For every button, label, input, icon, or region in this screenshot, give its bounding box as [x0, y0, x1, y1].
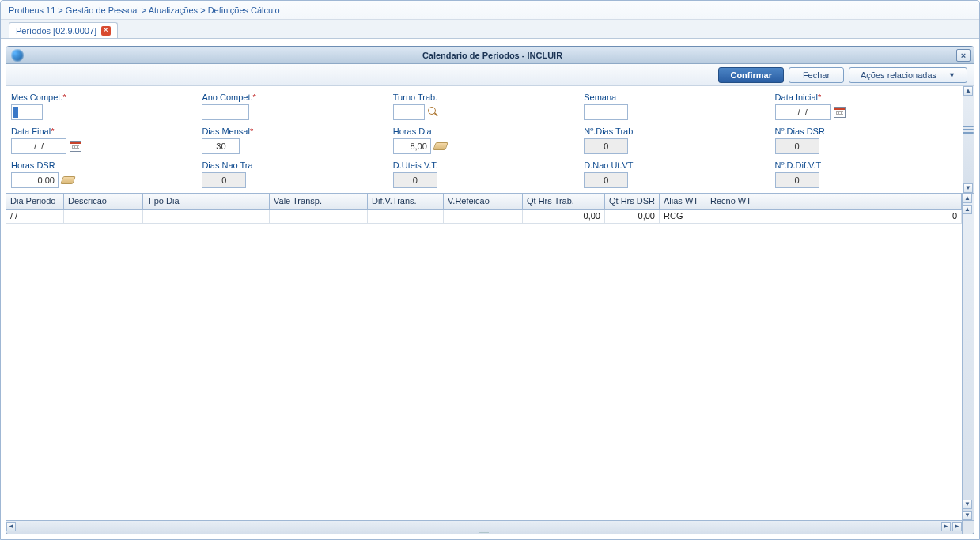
field-d-uteis-vt: D.Uteis V.T.: [393, 160, 576, 188]
app-logo-icon: [11, 49, 24, 62]
field-horas-dia: Horas Dia: [393, 127, 576, 154]
calendar-icon[interactable]: [70, 141, 81, 152]
header-v-refeicao[interactable]: V.Refeicao: [444, 194, 523, 209]
data-final-input[interactable]: [11, 138, 66, 154]
form-area: ▲ ▼ Mes Compet.* Ano Compet.* Turno Trab: [6, 86, 974, 193]
tab-label: Períodos [02.9.0007]: [16, 26, 96, 36]
eraser-icon[interactable]: [60, 176, 76, 184]
grid-area: Dia Periodo Descricao Tipo Dia Vale Tran…: [6, 193, 974, 534]
confirm-button[interactable]: Confirmar: [718, 67, 784, 83]
field-horas-dsr: Horas DSR: [11, 160, 194, 188]
field-turno-trab: Turno Trab.: [393, 93, 576, 120]
dias-nao-tra-input[interactable]: [202, 172, 246, 188]
calendar-icon[interactable]: [834, 107, 846, 118]
ano-compet-input[interactable]: [202, 104, 249, 120]
field-data-final: Data Final*: [11, 127, 194, 154]
grid-vertical-scrollbar[interactable]: ▲ ▲ ▼ ▼: [962, 194, 974, 520]
horas-dia-input[interactable]: [393, 138, 431, 154]
field-dias-nao-tra: Dias Nao Tra: [202, 160, 384, 188]
header-dif-v-trans[interactable]: Dif.V.Trans.: [368, 194, 444, 209]
header-descricao[interactable]: Descricao: [64, 194, 143, 209]
form-scrollbar[interactable]: ▲ ▼: [963, 86, 974, 193]
n-dias-trab-input[interactable]: [584, 138, 628, 154]
window-close-button[interactable]: ×: [956, 49, 971, 62]
tab-periodos[interactable]: Períodos [02.9.0007] ✕: [9, 22, 118, 38]
field-n-dias-trab: Nº.Dias Trab: [584, 127, 766, 154]
field-dias-mensal: Dias Mensal*: [202, 127, 384, 154]
toolbar: Confirmar Fechar Ações relacionadas ▼: [6, 64, 974, 86]
window-titlebar: Calendario de Periodos - INCLUIR ×: [6, 47, 974, 64]
header-qt-hrs-trab[interactable]: Qt Hrs Trab.: [523, 194, 605, 209]
turno-trab-input[interactable]: [393, 104, 425, 120]
dias-mensal-input[interactable]: [202, 138, 240, 154]
table-row[interactable]: / / 0,00 0,00 RCG 0: [6, 210, 962, 224]
close-tab-icon[interactable]: ✕: [101, 26, 111, 36]
eraser-icon[interactable]: [433, 142, 448, 150]
data-inicial-input[interactable]: [775, 104, 831, 120]
field-n-d-dif-vt: Nº.D.Dif.V.T: [775, 160, 958, 188]
d-nao-ut-vt-input[interactable]: [584, 172, 628, 188]
header-recno-wt[interactable]: Recno WT: [706, 194, 962, 209]
breadcrumb: Protheus 11 > Gestão de Pessoal > Atuali…: [1, 1, 979, 20]
close-button[interactable]: Fechar: [789, 67, 844, 83]
header-vale-transp[interactable]: Vale Transp.: [270, 194, 368, 209]
window-title: Calendario de Periodos - INCLUIR: [28, 51, 956, 60]
chevron-down-icon: ▼: [948, 71, 955, 79]
header-alias-wt[interactable]: Alias WT: [660, 194, 706, 209]
field-data-inicial: Data Inicial*: [775, 93, 958, 120]
grid-horizontal-scrollbar[interactable]: ◄ ► ►: [6, 520, 962, 534]
mes-compet-input[interactable]: [11, 104, 43, 120]
header-dia-periodo[interactable]: Dia Periodo: [6, 194, 64, 209]
n-dias-dsr-input[interactable]: [775, 138, 819, 154]
d-uteis-vt-input[interactable]: [393, 172, 437, 188]
semana-input[interactable]: [584, 104, 628, 120]
horas-dsr-input[interactable]: [11, 172, 59, 188]
field-ano-compet: Ano Compet.*: [202, 93, 384, 120]
n-d-dif-vt-input[interactable]: [775, 172, 819, 188]
field-n-dias-dsr: Nº.Dias DSR: [775, 127, 958, 154]
field-d-nao-ut-vt: D.Nao Ut.VT: [584, 160, 766, 188]
header-tipo-dia[interactable]: Tipo Dia: [143, 194, 270, 209]
tab-bar: Períodos [02.9.0007] ✕: [1, 20, 979, 39]
scroll-corner: [962, 520, 974, 534]
header-qt-hrs-dsr[interactable]: Qt Hrs DSR: [605, 194, 660, 209]
field-mes-compet: Mes Compet.*: [11, 93, 194, 120]
dialog-window: Calendario de Periodos - INCLUIR × Confi…: [6, 46, 974, 534]
grid-header: Dia Periodo Descricao Tipo Dia Vale Tran…: [6, 194, 974, 210]
search-icon[interactable]: [428, 107, 439, 118]
related-actions-button[interactable]: Ações relacionadas ▼: [849, 67, 967, 83]
field-semana: Semana: [584, 93, 766, 120]
